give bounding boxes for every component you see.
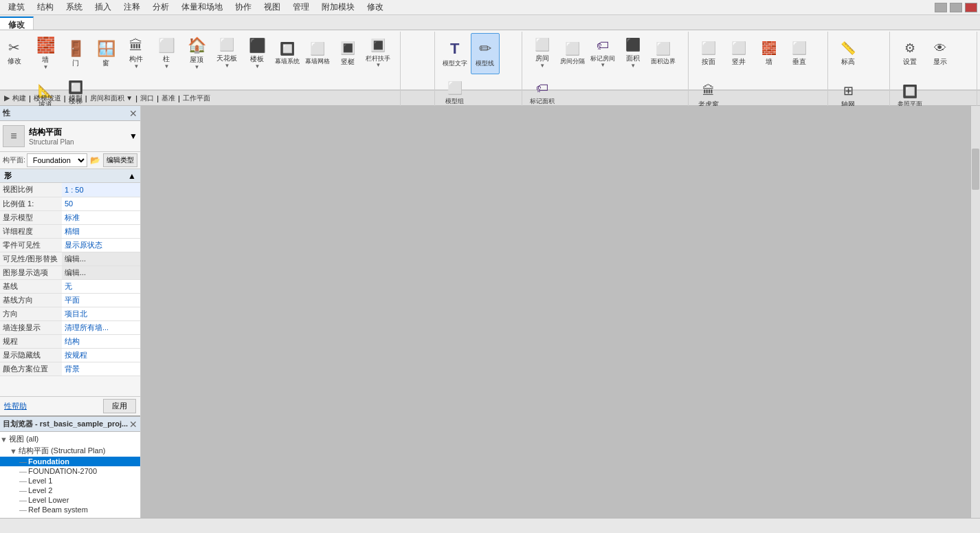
ref-plane-icon: 🔲 [902, 85, 917, 100]
btn-room[interactable]: ⬜ 房间 ▼ [528, 33, 557, 74]
btn-wall[interactable]: 🧱 墙 ▼ [31, 33, 60, 74]
btn-model-text[interactable]: T 模型文字 [441, 33, 469, 74]
window-restore[interactable] [950, 3, 962, 12]
show-icon: 👁 [934, 41, 946, 56]
properties-panel-close[interactable]: ✕ [129, 108, 137, 119]
btn-handrail[interactable]: 🔳 栏杆扶手 ▼ [364, 33, 392, 74]
menu-fujia[interactable]: 附加模块 [316, 0, 360, 14]
tree-item[interactable]: — Level 1 [0, 476, 140, 486]
btn-ceiling[interactable]: ⬜ 天花板 ▼ [212, 33, 241, 74]
table-row: 视图比例1 : 50 [0, 183, 140, 197]
btn-vertical-opening[interactable]: ⬜ 垂直 [785, 33, 814, 74]
modify-btn[interactable]: ✂ 修改 [3, 32, 25, 73]
menu-jianzhu[interactable]: 建筑 [3, 0, 30, 14]
btn-tag-room[interactable]: 🏷 标记房间 ▼ [588, 33, 617, 74]
menu-hezuo[interactable]: 协作 [230, 0, 257, 14]
tree-item[interactable]: — FOUNDATION-2700 [0, 466, 140, 476]
table-row: 显示模型标准 [0, 210, 140, 224]
model-group-icon: ⬜ [447, 81, 463, 96]
tree-item-icon: — [19, 457, 27, 466]
tree-item[interactable]: — Level Lower [0, 495, 140, 505]
btn-area[interactable]: ⬛ 面积 ▼ [619, 33, 647, 74]
v-scrollbar-thumb[interactable] [972, 149, 979, 190]
btn-component[interactable]: 🏛 构件 ▼ [122, 33, 151, 74]
v-scrollbar[interactable] [970, 106, 980, 533]
prop-scroll[interactable]: 视图比例1 : 50比例值 1:50显示模型标准详细程度精细零件可见性显示原状态… [0, 183, 140, 396]
menu-zhushi[interactable]: 注释 [118, 0, 146, 14]
tree-item-label: Ref Beam system [28, 505, 88, 514]
prop-value: 标准 [62, 210, 140, 224]
btn-vertical[interactable]: 🔳 竖梃 [333, 33, 362, 74]
btn-window[interactable]: 🪟 窗 [91, 33, 120, 74]
tree-item-icon: — [19, 477, 27, 485]
table-row: 显示隐藏线按规程 [0, 348, 140, 362]
btn-wall-opening[interactable]: 🧱 墙 [755, 33, 783, 74]
window-minimize[interactable] [935, 3, 947, 12]
menu-xiugai[interactable]: 修改 [361, 0, 389, 14]
tree-item[interactable]: ▼ 结构平面 (Structural Plan) [0, 445, 140, 457]
btn-show[interactable]: 👁 显示 [926, 33, 955, 74]
btn-curtain-sys[interactable]: 🔲 幕墙系统 [273, 33, 302, 74]
btn-column[interactable]: ⬜ 柱 ▼ [152, 33, 181, 74]
btn-room-sep[interactable]: ⬜ 房间分隔 [558, 33, 587, 74]
handrail-icon: 🔳 [370, 39, 386, 54]
view-control-text: 构建 [12, 94, 26, 103]
prop-value[interactable]: 编辑... [62, 252, 140, 265]
browser-panel-header: 目划览器 - rst_basic_sample_proj... ✕ [0, 417, 140, 432]
prop-label: 零件可见性 [0, 238, 62, 252]
btn-shaft[interactable]: ⬜ 竖井 [724, 33, 753, 74]
prop-value[interactable]: 编辑... [62, 265, 140, 279]
prop-edit-type-btn[interactable]: 编辑类型 [103, 153, 137, 167]
tree-item-label: Foundation [28, 457, 69, 466]
canvas-area[interactable] [141, 106, 980, 533]
wall-opening-icon: 🧱 [761, 41, 777, 56]
btn-area-border[interactable]: ⬜ 面积边界 [649, 33, 678, 74]
prop-section-header[interactable]: 形 ▲ [0, 169, 140, 183]
window-close[interactable] [965, 3, 977, 12]
tab-xiugai[interactable]: 修改 [0, 17, 34, 30]
menu-jiegou[interactable]: 结构 [32, 0, 59, 14]
ribbon: 修改 ✂ 修改 🧱 墙 ▼ 🚪 门 🪟 窗 [0, 15, 980, 91]
btn-level[interactable]: 📏 标高 [834, 33, 862, 74]
tree-item[interactable]: ▼ 视图 (all) [0, 433, 140, 445]
area-icon: ⬛ [625, 38, 641, 53]
group-goujian-items: 🧱 墙 ▼ 🚪 门 🪟 窗 🏛 构件 ▼ ⬜ [31, 33, 396, 117]
btn-by-face[interactable]: ⬜ 按面 [694, 33, 723, 74]
curtain-sys-icon: 🔲 [280, 42, 295, 57]
btn-door[interactable]: 🚪 门 [61, 33, 90, 74]
shaft-icon: ⬜ [731, 41, 746, 56]
menu-shitu[interactable]: 视图 [258, 0, 286, 14]
tree-item-label: FOUNDATION-2700 [28, 467, 97, 475]
browser-panel-close[interactable]: ✕ [129, 419, 137, 430]
prop-apply-btn[interactable]: 应用 [103, 399, 136, 413]
vertical-icon: 🔳 [340, 41, 355, 56]
table-row: 颜色方案位置背景 [0, 362, 140, 376]
menu-tiliangchangdi[interactable]: 体量和场地 [176, 0, 228, 14]
prop-value[interactable]: 1 : 50 [62, 183, 140, 197]
prop-help-link[interactable]: 性帮助 [4, 401, 27, 411]
btn-curtain-grid[interactable]: ⬜ 幕墙网格 [303, 33, 332, 74]
tree-item[interactable]: — Foundation [0, 457, 140, 466]
prop-type-selector[interactable]: Foundation [27, 153, 87, 167]
btn-model-line[interactable]: ✏ 模型线 [471, 33, 500, 74]
tree-item[interactable]: — Level 2 [0, 486, 140, 495]
canvas-bg [141, 106, 980, 533]
prop-browse-btn[interactable]: 📂 [90, 155, 100, 165]
tree-item[interactable]: — Ref Beam system [0, 505, 140, 514]
table-row: 方向项目北 [0, 307, 140, 320]
browser-panel: 目划览器 - rst_basic_sample_proj... ✕ ▼ 视图 (… [0, 416, 140, 533]
tree-item-icon: ▼ [10, 447, 17, 455]
wall-icon: 🧱 [36, 36, 55, 54]
grid-icon: ⊞ [843, 84, 854, 99]
prop-type-dropdown[interactable]: ▼ [129, 131, 137, 141]
prop-help-row: 性帮助 应用 [0, 396, 140, 415]
btn-set[interactable]: ⚙ 设置 [895, 33, 924, 74]
menu-xitong[interactable]: 系统 [60, 0, 88, 14]
btn-floor[interactable]: ⬛ 楼板 ▼ [243, 33, 271, 74]
table-row: 比例值 1:50 [0, 197, 140, 210]
btn-roof[interactable]: 🏠 屋顶 ▼ [182, 33, 211, 74]
menu-charu[interactable]: 插入 [89, 0, 117, 14]
menu-guanli[interactable]: 管理 [287, 0, 315, 14]
menu-fenxi[interactable]: 分析 [147, 0, 175, 14]
tree-item-icon: ▼ [0, 435, 8, 444]
